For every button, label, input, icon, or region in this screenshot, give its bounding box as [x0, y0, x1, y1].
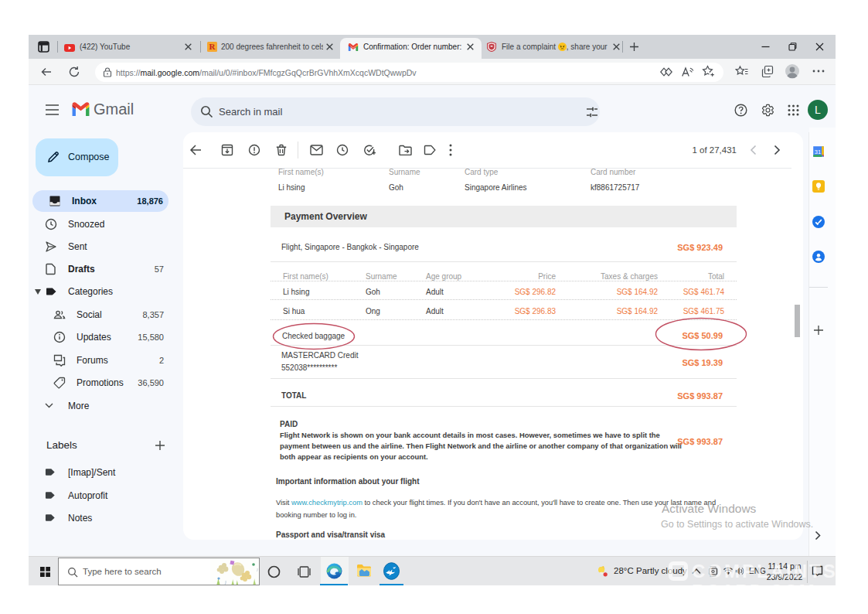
- svg-text:31: 31: [815, 148, 821, 155]
- svg-text:R: R: [209, 42, 216, 51]
